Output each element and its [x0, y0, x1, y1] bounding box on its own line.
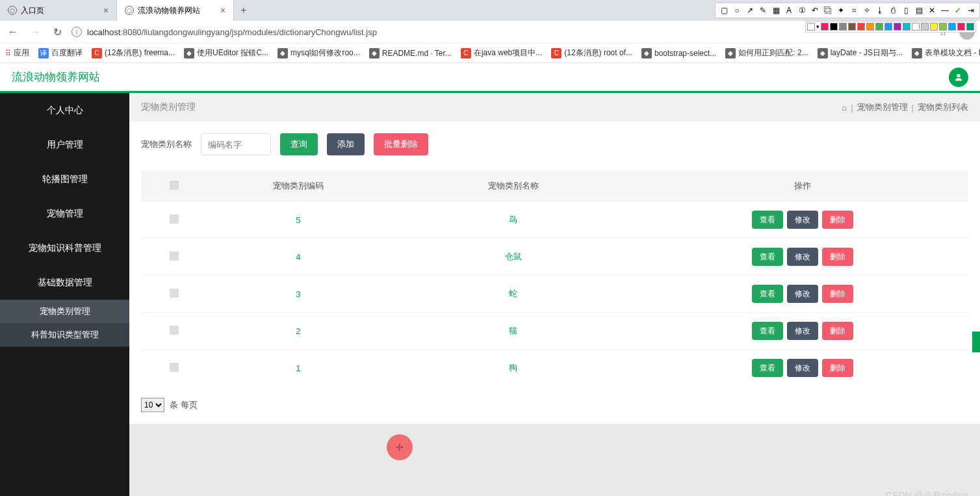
- bookmark-item[interactable]: C(12条消息) freema...: [92, 47, 175, 59]
- cell-code[interactable]: 5: [207, 202, 389, 239]
- bookmark-item[interactable]: ◆mysql如何修改roo...: [277, 47, 360, 59]
- color-swatch[interactable]: [948, 23, 956, 31]
- view-button[interactable]: 查看: [752, 211, 783, 229]
- tool-minus-icon[interactable]: —: [939, 5, 951, 16]
- view-button[interactable]: 查看: [752, 285, 783, 303]
- bookmark-item[interactable]: ◆layDate - JS日期与...: [818, 47, 903, 59]
- tool-download-icon[interactable]: ⭳: [874, 5, 886, 16]
- address-bar[interactable]: i localhost:8080/liulangdongwulingyang/j…: [71, 27, 932, 37]
- tool-check-icon[interactable]: ✓: [952, 5, 964, 16]
- row-checkbox[interactable]: [170, 215, 179, 224]
- sidebar-item-profile[interactable]: 个人中心: [0, 93, 129, 127]
- bookmark-item[interactable]: ◆如何用正则匹配: 2...: [725, 47, 808, 59]
- cell-code[interactable]: 4: [207, 239, 389, 276]
- sidebar-item-users[interactable]: 用户管理: [0, 127, 129, 162]
- browser-tab-1[interactable]: ◌ 流浪动物领养网站 ×: [117, 0, 234, 21]
- search-input[interactable]: [201, 133, 271, 155]
- sidebar-item-carousel[interactable]: 轮播图管理: [0, 162, 129, 196]
- edit-button[interactable]: 修改: [787, 285, 818, 303]
- tool-copy-icon[interactable]: ⿻: [822, 5, 834, 16]
- color-swatch[interactable]: [894, 23, 901, 31]
- cell-code[interactable]: 3: [207, 276, 389, 313]
- bookmark-item[interactable]: ◆使用UEditor 报错C...: [184, 47, 268, 59]
- info-icon[interactable]: i: [71, 27, 82, 37]
- sidebar-sub-knowledge-type[interactable]: 科普知识类型管理: [0, 323, 129, 346]
- color-swatch[interactable]: [930, 23, 938, 31]
- view-button[interactable]: 查看: [752, 322, 783, 340]
- bookmark-item[interactable]: ◆表单模块文档 - Lay...: [912, 47, 980, 59]
- cell-code[interactable]: 2: [207, 313, 389, 350]
- browser-tab-0[interactable]: ◌ 入口页 ×: [0, 0, 117, 21]
- tool-phone-icon[interactable]: ▯: [900, 5, 912, 16]
- select-all-checkbox[interactable]: [170, 181, 179, 190]
- cell-code[interactable]: 1: [207, 350, 389, 387]
- delete-button[interactable]: 删除: [822, 248, 853, 266]
- sidebar-item-knowledge[interactable]: 宠物知识科普管理: [0, 231, 129, 265]
- cell-name[interactable]: 鸟: [389, 202, 638, 239]
- tool-book-icon[interactable]: ▤: [913, 5, 925, 16]
- color-swatch[interactable]: [966, 23, 974, 31]
- batch-delete-button[interactable]: 批量删除: [374, 133, 428, 155]
- color-swatch[interactable]: [884, 23, 892, 31]
- tool-rect-icon[interactable]: ▢: [718, 5, 730, 16]
- delete-button[interactable]: 删除: [822, 211, 853, 229]
- tool-save-icon[interactable]: ⎙: [887, 5, 899, 16]
- color-swatch[interactable]: [939, 23, 947, 31]
- home-icon[interactable]: ⌂: [842, 103, 847, 112]
- add-button[interactable]: 添加: [327, 133, 365, 155]
- cell-name[interactable]: 仓鼠: [389, 239, 638, 276]
- color-swatch[interactable]: [875, 23, 883, 31]
- tool-undo-icon[interactable]: ↶: [809, 5, 821, 16]
- color-swatch[interactable]: [821, 23, 829, 31]
- close-icon[interactable]: ×: [220, 5, 226, 16]
- row-checkbox[interactable]: [170, 326, 179, 335]
- breadcrumb-link[interactable]: 宠物类别管理: [857, 101, 908, 113]
- color-swatch[interactable]: [912, 23, 920, 31]
- bookmark-item[interactable]: ◆bootstrap-select...: [641, 48, 716, 59]
- view-button[interactable]: 查看: [752, 248, 783, 266]
- back-button[interactable]: ←: [5, 24, 21, 40]
- sidebar-item-pets[interactable]: 宠物管理: [0, 196, 129, 231]
- sidebar-item-basedata[interactable]: 基础数据管理: [0, 265, 129, 300]
- tool-pen-icon[interactable]: ✎: [757, 5, 769, 16]
- tool-mosaic-icon[interactable]: ▦: [770, 5, 782, 16]
- delete-button[interactable]: 删除: [822, 359, 853, 377]
- cell-name[interactable]: 蛇: [389, 276, 638, 313]
- tool-circle-icon[interactable]: ○: [731, 5, 743, 16]
- color-swatch[interactable]: [857, 23, 865, 31]
- color-swatch[interactable]: [848, 23, 856, 31]
- row-checkbox[interactable]: [170, 363, 179, 372]
- tool-star-icon[interactable]: ✧: [861, 5, 873, 16]
- tool-num-icon[interactable]: ①: [796, 5, 808, 16]
- user-avatar[interactable]: [949, 68, 968, 87]
- color-swatch[interactable]: [903, 23, 910, 31]
- dropdown-icon[interactable]: ▾: [816, 23, 819, 30]
- bookmark-item[interactable]: 译百度翻译: [38, 47, 83, 59]
- edit-button[interactable]: 修改: [787, 359, 818, 377]
- tool-arrow-icon[interactable]: ↗: [744, 5, 756, 16]
- edit-button[interactable]: 修改: [787, 248, 818, 266]
- sidebar-sub-pet-category[interactable]: 宠物类别管理: [0, 300, 129, 323]
- page-size-select[interactable]: 10: [141, 398, 164, 412]
- edit-button[interactable]: 修改: [787, 211, 818, 229]
- bookmark-item[interactable]: ◆README.md · Ter...: [369, 48, 452, 59]
- new-tab-button[interactable]: +: [234, 5, 253, 16]
- bookmark-item[interactable]: C在java web项目中...: [461, 47, 542, 59]
- color-swatch[interactable]: [866, 23, 874, 31]
- delete-button[interactable]: 删除: [822, 322, 853, 340]
- row-checkbox[interactable]: [170, 289, 179, 298]
- color-swatch[interactable]: [839, 23, 847, 31]
- cell-name[interactable]: 猫: [389, 313, 638, 350]
- color-swatch[interactable]: [830, 23, 838, 31]
- query-button[interactable]: 查询: [280, 133, 318, 155]
- tool-scan-icon[interactable]: ⌗: [848, 5, 860, 16]
- bookmark-item[interactable]: C(12条消息) root of...: [551, 47, 632, 59]
- tool-exit-icon[interactable]: ⇥: [965, 5, 977, 16]
- view-button[interactable]: 查看: [752, 359, 783, 377]
- tool-pin-icon[interactable]: ✦: [835, 5, 847, 16]
- edit-button[interactable]: 修改: [787, 322, 818, 340]
- apps-button[interactable]: ⠿应用: [5, 47, 29, 59]
- color-swatch[interactable]: [957, 23, 965, 31]
- reload-button[interactable]: ↻: [49, 24, 65, 40]
- color-swatch[interactable]: [921, 23, 929, 31]
